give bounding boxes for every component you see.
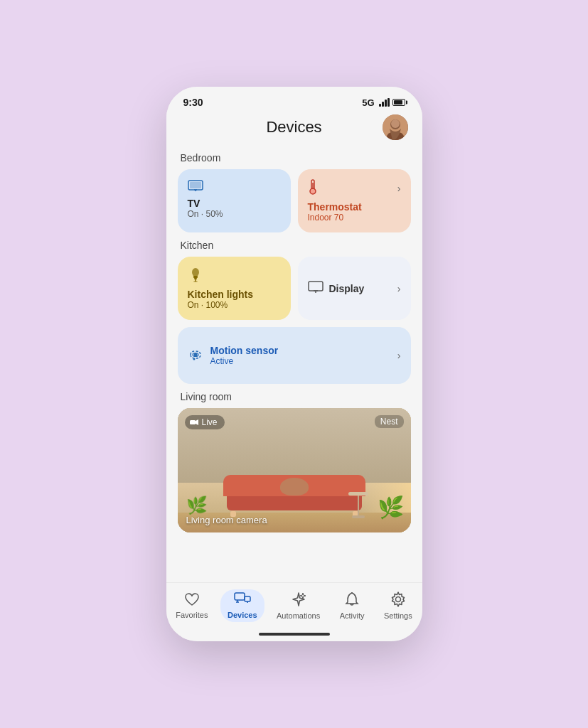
motion-sensor-status: Active	[210, 356, 279, 366]
svg-rect-5	[190, 182, 201, 188]
svg-rect-23	[235, 593, 245, 600]
app-header: Devices	[166, 112, 422, 145]
nav-item-activity[interactable]: Activity	[333, 589, 372, 623]
phone-shell: 9:30 5G Devices	[166, 87, 422, 641]
svg-point-20	[193, 358, 195, 360]
sparkle-icon	[291, 592, 306, 609]
settings-label: Settings	[384, 611, 412, 620]
battery-icon	[392, 99, 405, 106]
network-label: 5G	[362, 97, 374, 108]
tv-icon	[188, 179, 203, 193]
page-title: Devices	[266, 118, 321, 136]
camera-live-badge: Live	[185, 415, 225, 429]
svg-point-29	[395, 597, 400, 602]
motion-sensor-name: Motion sensor	[210, 345, 279, 356]
svg-point-11	[192, 268, 199, 277]
tv-status: On · 50%	[188, 209, 281, 219]
plant-left: 🌿	[186, 496, 208, 515]
camera-nest-badge: Nest	[375, 415, 404, 428]
status-time: 9:30	[183, 97, 203, 108]
thermostat-chevron: ›	[397, 183, 401, 194]
display-icon	[308, 281, 324, 296]
home-bar	[259, 633, 330, 636]
devices-label: Devices	[228, 611, 257, 619]
kitchen-lights-status: On · 100%	[188, 300, 281, 310]
tv-info: TV On · 50%	[188, 198, 281, 223]
section-kitchen-label: Kitchen	[181, 240, 411, 251]
live-label: Live	[202, 417, 218, 427]
kitchen-lights-icon	[188, 267, 203, 284]
thermostat-info: Thermostat Indoor 70	[308, 201, 401, 223]
plant-right: 🌿	[378, 495, 404, 520]
nest-label: Nest	[380, 417, 398, 427]
motion-sensor-icon	[188, 348, 203, 363]
thermostat-name: Thermostat	[308, 201, 401, 213]
thermostat-status: Indoor 70	[308, 213, 401, 223]
svg-point-19	[193, 353, 197, 356]
favorites-label: Favorites	[176, 611, 208, 619]
device-card-display[interactable]: Display ›	[298, 257, 411, 320]
home-indicator	[166, 627, 422, 641]
scroll-content: Bedroom TV On · 50%	[166, 145, 422, 582]
camera-card[interactable]: 🌿 🌿	[178, 408, 411, 532]
heart-icon	[184, 592, 200, 609]
svg-rect-21	[190, 420, 196, 424]
section-bedroom-label: Bedroom	[181, 152, 411, 164]
display-name: Display	[329, 283, 365, 294]
svg-rect-24	[245, 596, 250, 601]
display-chevron: ›	[397, 283, 401, 294]
thermostat-icon	[308, 179, 318, 197]
motion-chevron: ›	[397, 350, 401, 361]
sofa-figure	[280, 478, 309, 496]
signal-icon	[379, 98, 390, 107]
svg-marker-22	[196, 419, 198, 425]
avatar[interactable]	[383, 114, 408, 140]
kitchen-lights-name: Kitchen lights	[188, 289, 281, 300]
svg-rect-13	[194, 278, 197, 279]
bell-icon	[345, 592, 359, 609]
svg-rect-12	[193, 276, 198, 278]
svg-point-15	[193, 281, 198, 282]
side-table	[348, 492, 368, 517]
bedroom-grid: TV On · 50% › Therm	[178, 169, 411, 232]
bottom-nav: Favorites Devices	[166, 582, 422, 627]
automations-label: Automations	[277, 611, 320, 620]
gear-icon	[390, 592, 406, 609]
nav-item-favorites[interactable]: Favorites	[169, 589, 215, 622]
nav-item-automations[interactable]: Automations	[269, 589, 327, 623]
motion-sensor-info: Motion sensor Active	[210, 345, 279, 366]
svg-point-9	[310, 188, 316, 194]
kitchen-grid: Kitchen lights On · 100%	[178, 257, 411, 384]
camera-icon	[190, 418, 198, 427]
device-card-tv[interactable]: TV On · 50%	[178, 169, 291, 232]
svg-rect-16	[309, 282, 323, 291]
status-icons: 5G	[362, 97, 405, 108]
device-card-motion-sensor[interactable]: Motion sensor Active ›	[178, 327, 411, 384]
activity-label: Activity	[340, 611, 365, 620]
section-living-room-label: Living room	[181, 391, 411, 402]
device-card-kitchen-lights[interactable]: Kitchen lights On · 100%	[178, 257, 291, 320]
devices-icon	[234, 592, 251, 609]
kitchen-lights-info: Kitchen lights On · 100%	[188, 289, 281, 310]
tv-name: TV	[188, 198, 281, 209]
nav-item-devices[interactable]: Devices	[220, 589, 264, 622]
device-card-thermostat[interactable]: › Thermostat Indoor 70	[298, 169, 411, 232]
avatar-image	[383, 114, 408, 140]
camera-label: Living room camera	[186, 515, 267, 525]
svg-point-3	[391, 119, 400, 128]
status-bar: 9:30 5G	[166, 87, 422, 112]
nav-item-settings[interactable]: Settings	[377, 589, 419, 623]
